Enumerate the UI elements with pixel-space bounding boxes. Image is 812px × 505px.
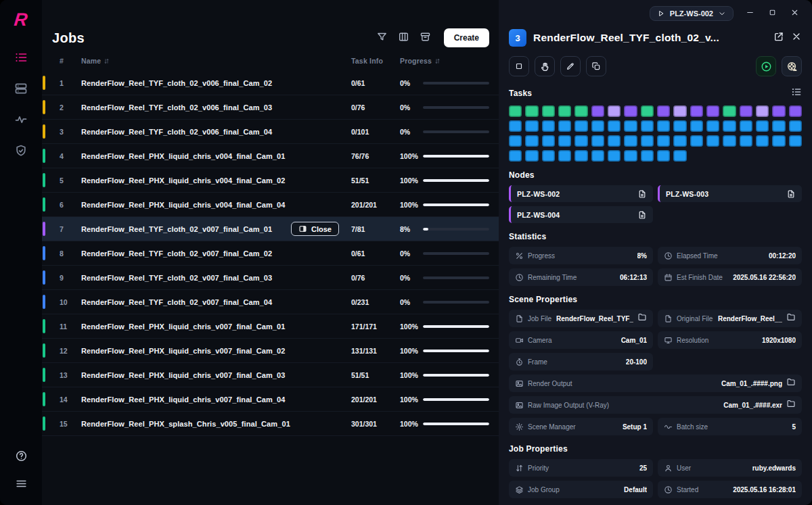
table-row[interactable]: 15 RenderFlow_Reel_PHX_splash_Chris_v005… [42,412,499,436]
task-cell[interactable] [641,150,654,162]
duplicate-button[interactable] [586,56,606,76]
node-chip[interactable]: PLZ-WS-003 [658,185,802,202]
task-cell[interactable] [591,105,604,117]
browse-button[interactable] [637,312,647,324]
stop-button[interactable] [509,56,529,76]
node-log-icon[interactable] [637,189,647,199]
column-progress[interactable]: Progress [400,57,499,65]
table-row[interactable]: 14 RenderFlow_Reel_PHX_liquid_chris_v007… [42,387,499,412]
task-cell[interactable] [558,105,571,117]
task-cell[interactable] [624,150,637,162]
task-cell[interactable] [558,135,571,147]
play-button[interactable] [756,56,776,76]
table-row[interactable]: 2 RenderFlow_Reel_TYF_cloth_02_v006_fina… [42,95,499,120]
task-cell[interactable] [740,135,752,147]
task-cell[interactable] [706,105,719,117]
workstation-selector[interactable]: PLZ-WS-002 [650,6,734,21]
browse-button[interactable] [786,377,796,389]
task-cell[interactable] [756,135,769,147]
task-cell[interactable] [542,120,555,132]
menu-button[interactable] [15,477,28,493]
task-cell[interactable] [509,105,522,117]
task-cell[interactable] [509,135,522,147]
task-cell[interactable] [772,135,785,147]
table-row[interactable]: 13 RenderFlow_Reel_PHX_liquid_chris_v007… [42,363,499,387]
task-cell[interactable] [608,105,621,117]
node-chip[interactable]: PLZ-WS-004 [509,206,653,223]
filter-button[interactable] [376,31,388,45]
table-row[interactable]: 9 RenderFlow_Reel_TYF_cloth_02_v007_fina… [42,266,499,290]
task-cell[interactable] [591,150,604,162]
edit-button[interactable] [560,56,581,76]
task-cell[interactable] [509,150,522,162]
task-cell[interactable] [574,135,587,147]
task-cell[interactable] [740,105,752,117]
sidebar-item-security[interactable] [14,144,28,160]
browse-button[interactable] [786,399,796,411]
task-cell[interactable] [657,150,670,162]
close-job-button[interactable]: Close [291,222,339,236]
task-cell[interactable] [706,135,719,147]
film-reel-button[interactable] [782,56,802,76]
task-cell[interactable] [574,105,587,117]
task-cell[interactable] [525,135,538,147]
task-cell[interactable] [558,120,571,132]
task-cell[interactable] [789,120,802,132]
node-log-icon[interactable] [637,210,647,220]
task-cell[interactable] [525,150,538,162]
table-row[interactable]: 5 RenderFlow_Reel_PHX_liquid_chris_v004_… [42,168,499,193]
task-cell[interactable] [706,120,719,132]
task-cell[interactable] [673,105,686,117]
table-row[interactable]: 6 RenderFlow_Reel_PHX_liquid_chris_v004_… [42,193,499,217]
task-cell[interactable] [641,105,654,117]
table-row[interactable]: 1 RenderFlow_Reel_TYF_cloth_02_v006_fina… [42,71,499,95]
task-cell[interactable] [525,105,538,117]
task-cell[interactable] [542,135,555,147]
task-cell[interactable] [772,120,785,132]
hold-button[interactable] [535,56,555,76]
task-cell[interactable] [608,120,621,132]
task-cell[interactable] [574,150,587,162]
table-row[interactable]: 4 RenderFlow_Reel_PHX_liquid_chris_v004_… [42,144,499,168]
table-row[interactable]: 11 RenderFlow_Reel_PHX_liquid_chris_v007… [42,314,499,339]
node-chip[interactable]: PLZ-WS-002 [509,185,653,202]
task-cell[interactable] [690,120,703,132]
task-cell[interactable] [657,120,670,132]
task-cell[interactable] [624,120,637,132]
task-cell[interactable] [673,135,686,147]
columns-button[interactable] [398,31,409,45]
task-cell[interactable] [542,105,555,117]
task-cell[interactable] [641,120,654,132]
task-cell[interactable] [723,135,736,147]
task-cell[interactable] [690,105,703,117]
task-cell[interactable] [657,105,670,117]
task-cell[interactable] [624,135,637,147]
task-cell[interactable] [525,120,538,132]
browse-button[interactable] [786,312,796,324]
task-cell[interactable] [789,105,802,117]
sidebar-item-monitoring[interactable] [14,113,28,129]
task-cell[interactable] [723,105,736,117]
task-cell[interactable] [657,135,670,147]
task-cell[interactable] [641,135,654,147]
task-cell[interactable] [509,120,522,132]
task-cell[interactable] [558,150,571,162]
help-button[interactable] [15,450,28,465]
task-cell[interactable] [608,135,621,147]
archive-button[interactable] [420,31,431,45]
task-cell[interactable] [574,120,587,132]
task-cell[interactable] [673,150,686,162]
task-cell[interactable] [608,150,621,162]
task-cell[interactable] [756,120,769,132]
task-cell[interactable] [756,105,769,117]
table-row[interactable]: 8 RenderFlow_Reel_TYF_cloth_02_v007_fina… [42,241,499,266]
task-cell[interactable] [673,120,686,132]
task-cell[interactable] [772,105,785,117]
table-row[interactable]: 12 RenderFlow_Reel_PHX_liquid_chris_v007… [42,339,499,363]
task-cell[interactable] [723,120,736,132]
column-name[interactable]: Name [81,57,351,65]
table-row[interactable]: 10 RenderFlow_Reel_TYF_cloth_02_v007_fin… [42,290,499,314]
maximize-button[interactable] [768,7,777,20]
open-external-button[interactable] [773,31,784,45]
task-cell[interactable] [591,135,604,147]
